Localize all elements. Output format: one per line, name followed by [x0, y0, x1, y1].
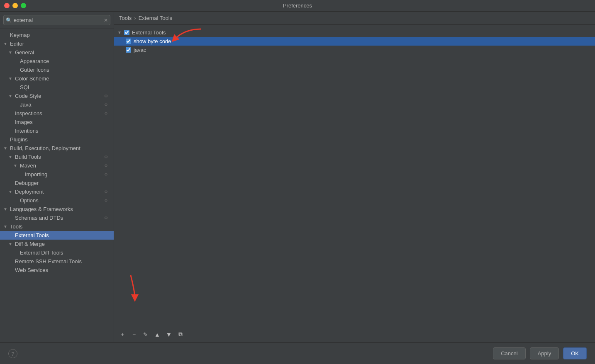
cancel-button[interactable]: Cancel: [493, 347, 525, 359]
sidebar-item-general[interactable]: ▼ General: [0, 48, 114, 57]
search-wrapper: 🔍 ✕: [3, 15, 110, 25]
web-services-label: Web Services: [15, 267, 48, 273]
remove-button[interactable]: −: [129, 330, 139, 340]
schemas-icon: ⚙: [103, 216, 109, 220]
schemas-label: Schemas and DTDs: [15, 215, 63, 221]
sidebar-item-build-tools[interactable]: ▼ Build Tools ⚙: [0, 153, 114, 161]
javac-checkbox[interactable]: [126, 47, 131, 53]
sidebar-item-color-scheme[interactable]: ▼ Color Scheme: [0, 74, 114, 83]
remote-ssh-label: Remote SSH External Tools: [15, 258, 82, 265]
copy-button[interactable]: ⧉: [176, 330, 185, 340]
preferences-window: Preferences 🔍 ✕ Keymap ▼: [0, 0, 595, 364]
title-bar: Preferences: [0, 0, 595, 12]
ok-button[interactable]: OK: [563, 347, 587, 359]
search-bar: 🔍 ✕: [0, 12, 114, 29]
sidebar-item-deployment[interactable]: ▼ Deployment ⚙: [0, 187, 114, 196]
appearance-label: Appearance: [20, 58, 49, 64]
gutter-icons-label: Gutter Icons: [20, 67, 49, 73]
node-external-tools-root[interactable]: ▼ External Tools: [114, 28, 595, 37]
right-panel: Tools › External Tools ▼ External Tools: [114, 12, 595, 342]
edit-button[interactable]: ✎: [141, 330, 151, 340]
general-label: General: [15, 49, 34, 56]
show-byte-code-checkbox[interactable]: [126, 39, 131, 44]
java-settings-icon: ⚙: [103, 102, 109, 107]
sidebar-item-appearance[interactable]: Appearance: [0, 57, 114, 66]
java-label: Java: [20, 102, 31, 108]
deployment-icon: ⚙: [103, 189, 109, 194]
maven-icon: ⚙: [103, 163, 109, 168]
debugger-label: Debugger: [15, 180, 39, 186]
move-down-button[interactable]: ▼: [164, 330, 174, 340]
maven-arrow: ▼: [13, 163, 18, 168]
sidebar-item-external-tools[interactable]: External Tools: [0, 231, 114, 240]
sidebar-item-languages[interactable]: ▼ Languages & Frameworks: [0, 205, 114, 214]
main-content: 🔍 ✕ Keymap ▼ Editor ▼: [0, 12, 595, 342]
window-controls: [4, 3, 26, 8]
sidebar-item-importing[interactable]: Importing ⚙: [0, 170, 114, 179]
minimize-button[interactable]: [12, 3, 18, 8]
sql-label: SQL: [20, 84, 31, 90]
inspections-settings-icon: ⚙: [103, 111, 109, 116]
close-button[interactable]: [4, 3, 10, 8]
options-icon: ⚙: [103, 198, 109, 203]
sidebar-item-java[interactable]: Java ⚙: [0, 100, 114, 109]
sidebar-item-sql[interactable]: SQL: [0, 83, 114, 92]
show-byte-code-label: show byte code: [134, 38, 171, 44]
code-style-settings-icon: ⚙: [103, 94, 109, 98]
help-button[interactable]: ?: [8, 349, 17, 358]
sidebar-item-debugger[interactable]: Debugger: [0, 179, 114, 187]
code-style-label: Code Style: [15, 93, 41, 99]
node-javac[interactable]: javac: [114, 46, 595, 54]
breadcrumb-separator: ›: [134, 15, 136, 21]
sidebar-item-code-style[interactable]: ▼ Code Style ⚙: [0, 92, 114, 100]
languages-arrow: ▼: [3, 207, 8, 211]
sidebar-item-diff-merge[interactable]: ▼ Diff & Merge: [0, 240, 114, 248]
sidebar-item-gutter-icons[interactable]: Gutter Icons: [0, 66, 114, 74]
search-input[interactable]: [3, 15, 110, 25]
sidebar-item-remote-ssh[interactable]: Remote SSH External Tools: [0, 257, 114, 266]
sidebar-item-intentions[interactable]: Intentions: [0, 126, 114, 135]
sidebar-item-external-diff-tools[interactable]: External Diff Tools: [0, 248, 114, 257]
sidebar-item-plugins[interactable]: Plugins: [0, 135, 114, 144]
move-up-button[interactable]: ▲: [152, 330, 162, 340]
apply-button[interactable]: Apply: [530, 347, 559, 359]
breadcrumb-root: Tools: [119, 15, 132, 21]
sidebar-item-maven[interactable]: ▼ Maven ⚙: [0, 161, 114, 170]
node-show-byte-code[interactable]: show byte code: [114, 37, 595, 46]
sidebar-item-images[interactable]: Images: [0, 118, 114, 126]
sidebar-item-options[interactable]: Options ⚙: [0, 196, 114, 205]
color-scheme-label: Color Scheme: [15, 75, 49, 82]
build-arrow: ▼: [3, 146, 8, 150]
window-title: Preferences: [283, 2, 312, 9]
build-tools-icon: ⚙: [103, 155, 109, 159]
maximize-button[interactable]: [21, 3, 26, 8]
code-style-arrow: ▼: [8, 94, 13, 98]
ext-tools-root-checkbox[interactable]: [124, 30, 129, 35]
bottom-bar: ? Cancel Apply OK: [0, 342, 595, 364]
ext-diff-label: External Diff Tools: [20, 250, 63, 256]
sidebar-item-keymap[interactable]: Keymap: [0, 31, 114, 39]
sidebar-item-build[interactable]: ▼ Build, Execution, Deployment: [0, 144, 114, 153]
external-tools-label: External Tools: [15, 232, 49, 238]
search-clear-icon[interactable]: ✕: [104, 17, 108, 23]
sidebar: 🔍 ✕ Keymap ▼ Editor ▼: [0, 12, 114, 342]
sidebar-item-inspections[interactable]: Inspections ⚙: [0, 109, 114, 118]
options-label: Options: [20, 197, 39, 204]
content-area: ▼ External Tools show byte code javac: [114, 25, 595, 326]
sidebar-item-web-services[interactable]: Web Services: [0, 266, 114, 274]
content-toolbar: + − ✎ ▲ ▼ ⧉: [114, 326, 595, 342]
build-label: Build, Execution, Deployment: [10, 145, 80, 151]
deployment-label: Deployment: [15, 189, 44, 195]
sidebar-item-schemas[interactable]: Schemas and DTDs ⚙: [0, 214, 114, 222]
sidebar-item-editor[interactable]: ▼ Editor: [0, 39, 114, 48]
images-label: Images: [15, 119, 33, 125]
diff-merge-label: Diff & Merge: [15, 241, 45, 247]
maven-label: Maven: [20, 163, 36, 169]
editor-label: Editor: [10, 41, 24, 47]
ext-tools-root-label: External Tools: [132, 29, 166, 36]
sidebar-item-tools[interactable]: ▼ Tools: [0, 222, 114, 231]
javac-label: javac: [134, 47, 146, 53]
build-tools-label: Build Tools: [15, 154, 41, 160]
add-button[interactable]: +: [117, 330, 127, 340]
breadcrumb: Tools › External Tools: [114, 12, 595, 25]
